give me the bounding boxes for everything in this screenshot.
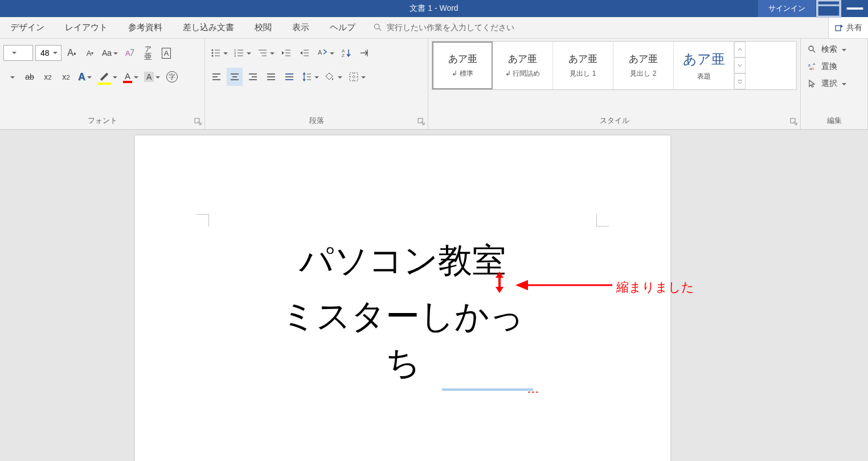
font-dropdown[interactable] <box>3 68 19 86</box>
select-label: 選択 <box>821 79 837 89</box>
svg-rect-50 <box>350 73 358 81</box>
enclose-char-button[interactable]: 字 <box>164 68 180 86</box>
group-paragraph-label: 段落 <box>208 113 424 129</box>
change-case-button[interactable]: Aa <box>100 44 120 62</box>
margin-marker-tr <box>596 214 609 227</box>
style-no-spacing[interactable]: あア亜 ↲ 行間詰め <box>493 42 553 89</box>
shrink-font-button[interactable]: A▾ <box>82 44 98 62</box>
tab-mailings[interactable]: 差し込み文書 <box>173 17 244 38</box>
paragraph-launcher-icon[interactable] <box>417 118 425 126</box>
styles-gallery: あア亜 ↲ 標準 あア亜 ↲ 行間詰め あア亜 見出し 1 あア亜 見出し 2 … <box>432 41 797 90</box>
group-styles: あア亜 ↲ 標準 あア亜 ↲ 行間詰め あア亜 見出し 1 あア亜 見出し 2 … <box>428 39 801 129</box>
style-preview: あア亜 <box>683 50 725 68</box>
tab-view[interactable]: 表示 <box>282 17 320 38</box>
align-right-button[interactable] <box>245 68 261 86</box>
ribbon-display-icon[interactable] <box>816 0 842 17</box>
svg-line-4 <box>379 28 381 31</box>
text-direction-button[interactable]: A <box>315 44 336 62</box>
replace-icon: ab <box>808 62 817 71</box>
svg-text:a: a <box>808 63 810 67</box>
tab-design[interactable]: デザイン <box>0 17 55 38</box>
superscript-button[interactable]: x2 <box>58 68 74 86</box>
text-effects-button[interactable]: A <box>76 68 93 86</box>
shading-button[interactable] <box>323 68 344 86</box>
style-heading2[interactable]: あア亜 見出し 2 <box>613 42 674 89</box>
grow-font-button[interactable]: A▴ <box>64 44 80 62</box>
window-title: 文書 1 - Word <box>410 3 458 14</box>
replace-button[interactable]: ab 置換 <box>804 58 864 75</box>
svg-point-12 <box>212 55 214 57</box>
tab-help[interactable]: ヘルプ <box>320 17 366 38</box>
style-preview: あア亜 <box>508 52 537 65</box>
style-caption: 見出し 2 <box>630 69 656 79</box>
page[interactable]: パソコン教室 ミスターしかっち <box>135 135 670 461</box>
titlebar: 文書 1 - Word サインイン <box>0 0 868 17</box>
align-center-button[interactable] <box>227 68 243 86</box>
group-editing: 検索 ab 置換 選択 編集 <box>801 39 868 129</box>
styles-launcher-icon[interactable] <box>790 118 798 126</box>
document-line-2-text: ミスターしかっち <box>281 297 524 381</box>
style-caption: ↲ 行間詰め <box>505 69 540 79</box>
numbering-button[interactable]: 123 <box>232 44 253 62</box>
find-label: 検索 <box>821 44 837 55</box>
tab-review[interactable]: 校閲 <box>244 17 282 38</box>
margin-marker-tl <box>196 214 209 227</box>
tellme-search[interactable]: 実行したい作業を入力してください <box>374 23 514 33</box>
decrease-indent-button[interactable] <box>279 44 294 62</box>
share-icon <box>834 23 844 32</box>
group-editing-label: 編集 <box>804 113 864 129</box>
find-button[interactable]: 検索 <box>804 41 864 58</box>
style-heading1[interactable]: あア亜 見出し 1 <box>553 42 613 89</box>
bullets-button[interactable] <box>208 44 230 62</box>
tellme-label: 実行したい作業を入力してください <box>387 23 514 33</box>
svg-line-57 <box>813 50 815 52</box>
font-size-combo[interactable]: 48 <box>35 45 62 61</box>
style-caption: 表題 <box>697 72 711 81</box>
document-line-1[interactable]: パソコン教室 <box>299 238 506 284</box>
group-paragraph: 123 A AZ 段落 <box>205 39 428 129</box>
scroll-more-icon[interactable] <box>734 73 746 89</box>
subscript-button[interactable]: x2 <box>40 68 56 86</box>
tab-references[interactable]: 参考資料 <box>118 17 173 38</box>
svg-point-10 <box>212 52 214 54</box>
style-normal[interactable]: あア亜 ↲ 標準 <box>432 42 493 89</box>
font-color-button[interactable]: A <box>121 68 140 86</box>
increase-indent-button[interactable] <box>297 44 313 62</box>
borders-button[interactable] <box>346 68 367 86</box>
char-shading-button[interactable]: A <box>142 68 162 86</box>
tab-layout[interactable]: レイアウト <box>55 17 118 38</box>
char-border-button[interactable]: A <box>158 44 174 62</box>
document-line-2[interactable]: ミスターしかっち <box>269 294 537 386</box>
phonetic-guide-button[interactable]: ア亜 <box>140 44 156 62</box>
font-name-combo[interactable] <box>3 45 33 61</box>
highlight-button[interactable] <box>96 68 119 86</box>
strikethrough-button[interactable]: ab <box>22 68 38 86</box>
svg-rect-0 <box>817 1 840 17</box>
sort-button[interactable]: AZ <box>338 44 354 62</box>
svg-text:Z: Z <box>342 53 345 58</box>
line-gap-indicator-icon <box>493 270 506 295</box>
style-title[interactable]: あア亜 表題 <box>674 42 734 89</box>
font-launcher-icon[interactable] <box>194 118 202 126</box>
clear-formatting-button[interactable]: A <box>122 44 138 62</box>
scroll-up-icon[interactable] <box>734 42 746 57</box>
lightbulb-icon <box>374 23 382 32</box>
line-spacing-button[interactable] <box>300 68 321 86</box>
minimize-icon[interactable] <box>842 0 868 17</box>
style-gallery-scroll[interactable] <box>734 42 746 89</box>
align-distribute-button[interactable] <box>281 68 297 86</box>
svg-text:3: 3 <box>234 54 236 57</box>
align-left-button[interactable] <box>208 68 224 86</box>
show-marks-button[interactable] <box>357 44 372 62</box>
style-preview: あア亜 <box>629 52 658 65</box>
select-button[interactable]: 選択 <box>804 75 864 92</box>
signin-button[interactable]: サインイン <box>758 0 816 17</box>
document-area[interactable]: パソコン教室 ミスターしかっち 縮まりました <box>0 130 868 461</box>
multilevel-button[interactable] <box>255 44 276 62</box>
group-styles-label: スタイル <box>432 113 797 129</box>
align-justify-button[interactable] <box>263 68 279 86</box>
style-preview: あア亜 <box>568 52 597 65</box>
scroll-down-icon[interactable] <box>734 57 746 73</box>
ribbon-tabs: デザイン レイアウト 参考資料 差し込み文書 校閲 表示 ヘルプ 実行したい作業… <box>0 17 868 39</box>
group-font: 48 A▴ A▾ Aa A ア亜 A ab x2 x2 A A A 字 フォント <box>0 39 205 129</box>
